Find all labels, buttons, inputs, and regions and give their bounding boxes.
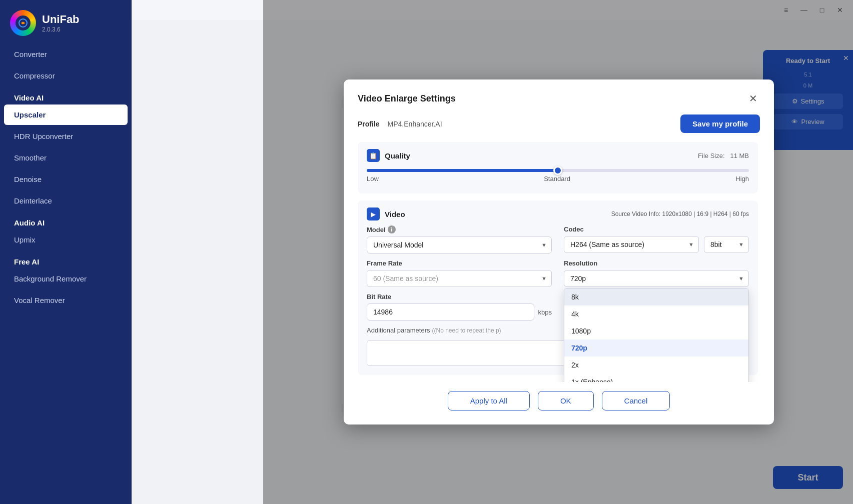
sidebar-category-label-video-ai: Video AI — [14, 94, 44, 102]
sidebar-item-label-hdr: HDR Upconverter — [14, 132, 73, 140]
sidebar-item-smoother[interactable]: Smoother — [4, 148, 128, 168]
model-select-box[interactable]: Universal Model — [367, 236, 552, 254]
bitrate-label: Bit Rate — [367, 293, 552, 300]
save-profile-button[interactable]: Save my profile — [680, 114, 760, 133]
sidebar-item-deinterlace[interactable]: Deinterlace — [4, 190, 128, 211]
form-grid-middle: Frame Rate 60 (Same as source) ▼ Resolut… — [367, 260, 749, 287]
logo-inner — [16, 16, 31, 30]
sidebar-item-label-smoother: Smoother — [14, 154, 47, 162]
file-size-value: 11 MB — [730, 152, 749, 160]
quality-section-header: 📋 Quality File Size: 11 MB — [367, 149, 749, 162]
resolution-option-1080p[interactable]: 1080p — [564, 322, 748, 340]
sidebar-category-video-ai: Video AI — [4, 88, 128, 104]
sidebar-item-label-bg-remover: Background Remover — [14, 274, 87, 283]
video-section-header: ▶ Video Source Video Info: 1920x1080 | 1… — [367, 208, 749, 220]
sidebar-item-compressor[interactable]: Compressor — [4, 66, 128, 86]
bitrate-unit: kbps — [538, 308, 552, 316]
sidebar-item-label-vocal-remover: Vocal Remover — [14, 296, 65, 304]
apply-all-button[interactable]: Apply to All — [448, 391, 530, 410]
bitrate-row: kbps — [367, 304, 552, 320]
frame-rate-label: Frame Rate — [367, 260, 552, 267]
cancel-button[interactable]: Cancel — [602, 391, 670, 410]
quality-slider-track[interactable] — [367, 169, 749, 172]
model-label: Model i — [367, 226, 552, 234]
quality-icon: 📋 — [367, 149, 380, 162]
profile-value: MP4.Enhancer.AI — [388, 120, 442, 128]
sidebar-item-converter[interactable]: Converter — [4, 44, 128, 64]
ok-button[interactable]: OK — [538, 391, 594, 410]
sidebar-item-upscaler[interactable]: Upscaler — [4, 104, 128, 125]
logo-svg — [19, 18, 28, 28]
codec-label: Codec — [564, 226, 749, 233]
sidebar-item-hdr-upconverter[interactable]: HDR Upconverter — [4, 126, 128, 146]
sidebar-item-label-converter: Converter — [14, 50, 47, 58]
bit-select-box[interactable]: 8bit — [704, 236, 749, 253]
modal-overlay: Video Enlarge Settings ✕ Profile MP4.Enh… — [263, 0, 853, 504]
resolution-option-720p[interactable]: 720p — [564, 340, 748, 356]
sidebar: UniFab 2.0.3.6 Converter Compressor Vide… — [0, 0, 132, 504]
file-size-info: File Size: 11 MB — [698, 152, 749, 160]
sidebar-item-background-remover[interactable]: Background Remover — [4, 268, 128, 289]
modal-title: Video Enlarge Settings — [358, 94, 456, 104]
sidebar-category-audio-ai: Audio AI — [4, 214, 128, 229]
quality-slider-fill — [367, 169, 558, 172]
model-field: Model i Universal Model ▼ — [367, 226, 552, 254]
resolution-select[interactable]: 720p ▼ 8k 4k 1080p 720p 2x 1x (Enhance) — [564, 270, 749, 287]
codec-field: Codec H264 (Same as source) ▼ 8bit ▼ — [564, 226, 749, 254]
quality-low-label: Low — [367, 175, 379, 182]
modal-close-button[interactable]: ✕ — [746, 92, 760, 106]
resolution-option-2x[interactable]: 2x — [564, 356, 748, 374]
quality-section: 📋 Quality File Size: 11 MB — [358, 142, 758, 194]
resolution-option-4k[interactable]: 4k — [564, 306, 748, 322]
quality-title: Quality — [385, 152, 410, 160]
sidebar-item-upmix[interactable]: Upmix — [4, 230, 128, 250]
profile-label: Profile — [358, 120, 380, 128]
modal-dialog: Video Enlarge Settings ✕ Profile MP4.Enh… — [344, 80, 774, 424]
app-version: 2.0.3.6 — [42, 26, 80, 33]
sidebar-item-label-upscaler: Upscaler — [14, 110, 46, 119]
app-name-group: UniFab 2.0.3.6 — [42, 13, 80, 33]
codec-select[interactable]: H264 (Same as source) ▼ — [564, 236, 699, 253]
frame-rate-select-box[interactable]: 60 (Same as source) — [367, 270, 552, 287]
file-size-label: File Size: — [698, 152, 724, 160]
resolution-dropdown[interactable]: 8k 4k 1080p 720p 2x 1x (Enhance) — [564, 288, 749, 382]
frame-rate-select[interactable]: 60 (Same as source) ▼ — [367, 270, 552, 287]
source-info: Source Video Info: 1920x1080 | 16:9 | H2… — [611, 210, 749, 218]
video-title: Video — [385, 210, 405, 218]
resolution-label: Resolution — [564, 260, 749, 267]
sidebar-item-label-deinterlace: Deinterlace — [14, 196, 52, 205]
sidebar-item-vocal-remover[interactable]: Vocal Remover — [4, 290, 128, 310]
resolution-option-8k[interactable]: 8k — [564, 288, 748, 306]
codec-select-box[interactable]: H264 (Same as source) — [564, 236, 699, 253]
quality-slider-labels: Low Standard High — [367, 175, 749, 182]
bitrate-field: Bit Rate kbps — [367, 293, 552, 320]
main-content: ≡ — □ ✕ ✕ Ready to Start 5.1 0 M ⚙ Setti… — [132, 0, 853, 504]
sidebar-item-denoise[interactable]: Denoise — [4, 169, 128, 190]
modal-footer: Apply to All OK Cancel — [358, 391, 760, 410]
additional-hint: ((No need to repeat the p) — [432, 327, 501, 334]
bitrate-input[interactable] — [367, 304, 534, 320]
sidebar-item-label-denoise: Denoise — [14, 175, 42, 184]
quality-standard-label: Standard — [544, 175, 570, 182]
profile-row: Profile MP4.Enhancer.AI Save my profile — [358, 114, 760, 133]
bit-select[interactable]: 8bit ▼ — [704, 236, 749, 253]
resolution-field: Resolution 720p ▼ 8k 4k 1080p 720p — [564, 260, 749, 287]
app-logo: UniFab 2.0.3.6 — [0, 0, 132, 44]
modal-title-bar: Video Enlarge Settings ✕ — [358, 92, 760, 106]
resolution-select-box[interactable]: 720p — [564, 270, 749, 287]
codec-row: H264 (Same as source) ▼ 8bit ▼ — [564, 236, 749, 253]
resolution-option-1x-enhance[interactable]: 1x (Enhance) — [564, 374, 748, 382]
quality-slider-container: Low Standard High — [367, 167, 749, 186]
model-select[interactable]: Universal Model ▼ — [367, 236, 552, 254]
app-name: UniFab — [42, 13, 80, 26]
video-icon: ▶ — [367, 208, 380, 220]
model-info-icon[interactable]: i — [388, 226, 396, 234]
sidebar-item-label-upmix: Upmix — [14, 236, 36, 244]
sidebar-category-label-audio-ai: Audio AI — [14, 218, 45, 227]
quality-slider-thumb[interactable] — [553, 166, 562, 175]
frame-rate-field: Frame Rate 60 (Same as source) ▼ — [367, 260, 552, 287]
logo-icon — [10, 10, 36, 36]
quality-high-label: High — [735, 175, 749, 182]
video-section: ▶ Video Source Video Info: 1920x1080 | 1… — [358, 200, 758, 375]
modal-scroll-area[interactable]: 📋 Quality File Size: 11 MB — [358, 142, 760, 382]
